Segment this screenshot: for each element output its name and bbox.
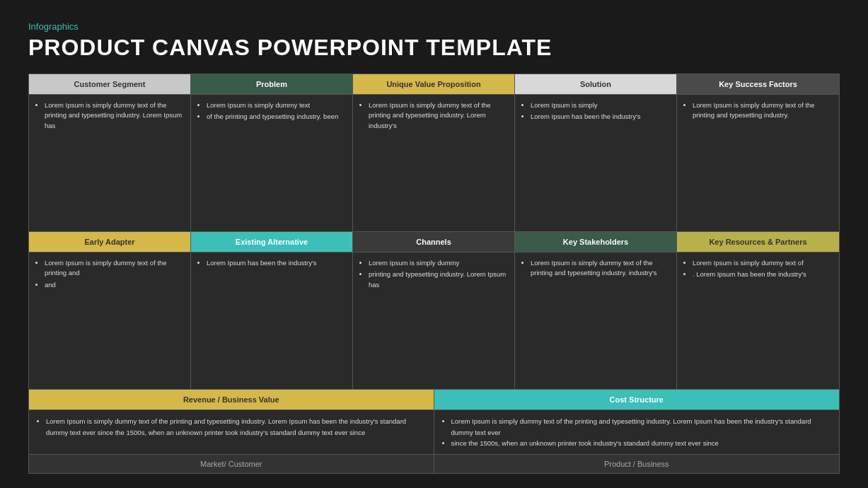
- content-solution: Lorem Ipsum is simply Lorem Ipsum has be…: [515, 95, 677, 231]
- content-uvp: Lorem Ipsum is simply dummy text of the …: [353, 95, 515, 231]
- header-channels: Channels: [353, 232, 515, 252]
- content-problem: Lorem Ipsum is simply dummy text of the …: [191, 95, 353, 231]
- canvas-container: Customer Segment Problem Unique Value Pr…: [28, 74, 840, 474]
- row3-content: Lorem Ipsum is simply dummy text of the …: [29, 410, 839, 455]
- row2-headers: Early Adapter Existing Alternative Chann…: [29, 232, 839, 252]
- content-channels: Lorem Ipsum is simply dummy printing and…: [353, 252, 515, 389]
- content-key-success: Lorem Ipsum is simply dummy text of the …: [677, 95, 839, 231]
- content-customer-segment: Lorem Ipsum is simply dummy text of the …: [29, 95, 191, 231]
- row4-footers: Market/ Customer Product / Business: [29, 455, 839, 473]
- header-key-resources: Key Resources & Partners: [677, 232, 839, 252]
- header-key-success: Key Success Factors: [677, 74, 839, 94]
- header-customer-segment: Customer Segment: [29, 74, 191, 94]
- row1-content: Lorem Ipsum is simply dummy text of the …: [29, 95, 839, 232]
- content-existing-alt: Lorem Ipsum has been the industry's: [191, 252, 353, 389]
- content-cost: Lorem Ipsum is simply dummy text of the …: [434, 410, 840, 454]
- content-key-resources: Lorem Ipsum is simply dummy text of . Lo…: [677, 252, 839, 389]
- header-existing-alt: Existing Alternative: [191, 232, 353, 252]
- header-cost: Cost Structure: [434, 390, 840, 409]
- header-problem: Problem: [191, 74, 353, 94]
- content-key-stakeholders: Lorem Ipsum is simply dummy text of the …: [515, 252, 677, 389]
- content-revenue: Lorem Ipsum is simply dummy text of the …: [29, 410, 434, 454]
- row2-content: Lorem Ipsum is simply dummy text of the …: [29, 252, 839, 390]
- footer-market: Market/ Customer: [29, 455, 434, 473]
- header-early-adapter: Early Adapter: [29, 232, 191, 252]
- footer-product: Product / Business: [434, 455, 840, 473]
- main-title: PRODUCT CANVAS POWERPOINT TEMPLATE: [28, 35, 840, 61]
- row1-headers: Customer Segment Problem Unique Value Pr…: [29, 74, 839, 95]
- content-early-adapter: Lorem Ipsum is simply dummy text of the …: [29, 252, 191, 389]
- header-solution: Solution: [515, 74, 677, 94]
- header-key-stakeholders: Key Stakeholders: [515, 232, 677, 252]
- header-uvp: Unique Value Proposition: [353, 74, 515, 94]
- header-revenue: Revenue / Business Value: [29, 390, 434, 409]
- infographics-label: Infographics: [28, 21, 840, 32]
- row3-headers: Revenue / Business Value Cost Structure: [29, 390, 839, 410]
